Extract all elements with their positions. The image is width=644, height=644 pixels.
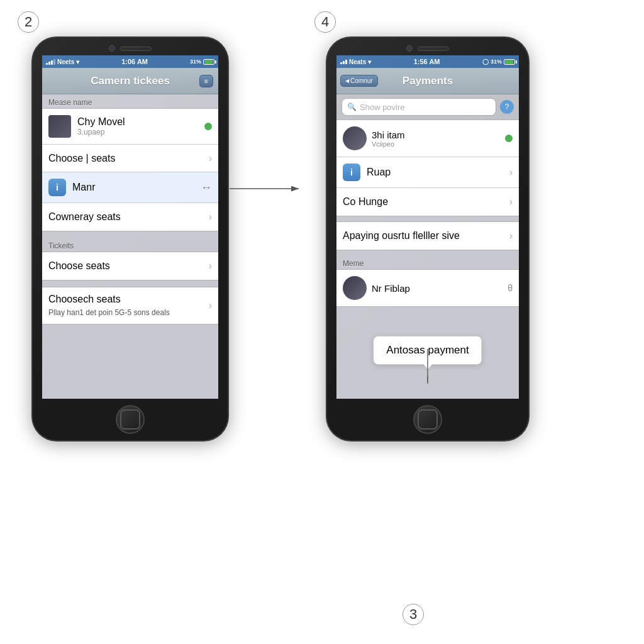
person1-subtitle: Vciipeo (372, 140, 501, 148)
phone2-top (33, 38, 228, 55)
apaying-arrow: › (509, 230, 513, 242)
detail-icon: ↔ (201, 181, 212, 194)
choosech-title: Choosech seats (48, 294, 121, 305)
info-icon-blue: i (48, 179, 66, 196)
choosech-seats-row[interactable]: Choosech seats Pllay han1 det poin 5G-5 … (42, 287, 218, 324)
apaying-row[interactable]: Apaying ousrtu flelller sive › (336, 222, 519, 250)
section-gap-2 (336, 250, 519, 255)
choosech-subtitle-text: Pllay han1 det poin 5G-5 sons deals (48, 308, 170, 317)
disclosure-arrow-3: › (209, 211, 212, 223)
wifi-icon: ▾ (76, 58, 79, 65)
carrier-name: Neets (57, 58, 74, 65)
status-bar-4: Neats ▾ 1:56 AM ◯ 31% (336, 55, 519, 68)
cowneray-seats-row[interactable]: Cowneray seats › (42, 203, 218, 231)
back-button[interactable]: Comnur (340, 75, 378, 87)
wifi-icon-4: ▾ (368, 58, 371, 65)
content-area: Mease name Chy Movel 3.upaep (42, 94, 218, 336)
camera-lens-4 (406, 45, 413, 52)
person1-online-badge (505, 135, 513, 142)
callout-arrow-line (427, 349, 428, 384)
bar1-4 (340, 62, 342, 64)
person2-row[interactable]: Nr Fiblap θ (336, 270, 519, 306)
search-action-btn[interactable]: ? (500, 100, 514, 114)
scene: 2 4 Neets ▾ 1:06 AM (0, 0, 644, 644)
status-right-4: ◯ 31% (482, 58, 515, 65)
signal-bars (46, 59, 55, 65)
apaying-label: Apaying ousrtu flelller sive (343, 230, 509, 242)
person-subtitle: 3.upaep (77, 128, 201, 136)
status-left: Neets ▾ (46, 58, 79, 65)
home-button-4[interactable] (413, 405, 442, 434)
home-button[interactable] (116, 405, 145, 434)
section2-header: Tickeits (42, 238, 218, 252)
person1-name: 3hi itam (372, 130, 501, 140)
cowneray-label: Cowneray seats (48, 211, 209, 223)
choose-seats-row-2[interactable]: Choose seats › (42, 252, 218, 280)
battery-pct-4: 31% (491, 58, 502, 65)
person2-detail: θ (508, 283, 513, 293)
meme-header: Meme (336, 255, 519, 269)
payments-content: 3hi itam Vciipeo i Ruap › Co Hunge (336, 119, 519, 313)
payments-top-section: 3hi itam Vciipeo i Ruap › Co Hunge (336, 119, 519, 216)
table-section-1: Chy Movel 3.upaep Choose | seats › i Man… (42, 108, 218, 231)
phone-2: Neets ▾ 1:06 AM 31% Camern tickees ≡ Mea… (33, 38, 228, 440)
payments-mid-section: Apaying ousrtu flelller sive › (336, 221, 519, 250)
phone4-top (327, 38, 528, 55)
nav-title-4: Payments (402, 75, 453, 87)
carrier-name-4: Neats (349, 58, 366, 65)
ruap-arrow: › (509, 167, 513, 178)
status-right: 31% (190, 58, 214, 65)
person1-row[interactable]: 3hi itam Vciipeo (336, 120, 519, 157)
table-section-2: Choose seats › (42, 252, 218, 280)
avatar (48, 115, 71, 138)
bar4 (53, 59, 55, 65)
home-button-inner (120, 409, 140, 430)
person2-name: Nr Fiblap (372, 283, 508, 294)
battery-detail-4: ◯ (482, 58, 489, 65)
search-placeholder-text: Show povire (360, 103, 405, 112)
person-info: Chy Movel 3.upaep (77, 116, 201, 136)
search-bar: 🔍 Show povire ? (336, 94, 519, 119)
choose-seats-row-1[interactable]: Choose | seats › (42, 145, 218, 172)
status-time: 1:06 AM (121, 58, 148, 65)
table-section-3: Choosech seats Pllay han1 det poin 5G-5 … (42, 287, 218, 325)
status-bar: Neets ▾ 1:06 AM 31% (42, 55, 218, 68)
signal-bars-4 (340, 60, 347, 64)
disclosure-arrow-5: › (209, 300, 212, 311)
search-input-wrap[interactable]: 🔍 Show povire (341, 98, 496, 116)
bar1 (46, 63, 48, 65)
phone4-bottom (413, 402, 442, 440)
nav-action-button[interactable]: ≡ (199, 75, 213, 87)
home-button-inner-4 (418, 409, 438, 430)
battery-fill (204, 60, 213, 64)
nav-title: Camern tickees (91, 75, 170, 87)
bar3 (51, 60, 53, 65)
step-3-label: 3 (402, 604, 424, 625)
ruap-row[interactable]: i Ruap › (336, 157, 519, 188)
status-left-4: Neats ▾ (340, 58, 371, 65)
nav-bar: Camern tickees ≡ (42, 68, 218, 94)
battery-icon-4 (504, 59, 515, 65)
earpiece-speaker-4 (418, 47, 449, 51)
online-badge (204, 123, 212, 130)
search-icon: 🔍 (347, 103, 357, 111)
person1-avatar (343, 126, 367, 150)
nav-bar-4: Comnur Payments (336, 68, 519, 94)
person1-text: 3hi itam Vciipeo (372, 130, 501, 148)
person2-avatar (343, 276, 367, 300)
step-4-label: 4 (314, 11, 336, 33)
manr-row[interactable]: i Manr ↔ (42, 172, 218, 203)
cohunge-label: Co Hunge (343, 196, 509, 208)
bar2-4 (343, 61, 345, 64)
phone-4: Neats ▾ 1:56 AM ◯ 31% Comnur Payments (327, 38, 528, 440)
disclosure-arrow-4: › (209, 260, 212, 272)
choose-seats-label-2: Choose seats (48, 260, 209, 272)
bar3-4 (345, 60, 347, 64)
manr-label: Manr (72, 182, 201, 193)
person-row[interactable]: Chy Movel 3.upaep (42, 109, 218, 145)
ruap-icon: i (343, 164, 360, 181)
choosech-subtitle: Pllay han1 det poin 5G-5 sons deals (48, 306, 170, 318)
person2-text: Nr Fiblap (372, 283, 508, 294)
section-gap (336, 216, 519, 221)
cohunge-row[interactable]: Co Hunge › (336, 188, 519, 216)
